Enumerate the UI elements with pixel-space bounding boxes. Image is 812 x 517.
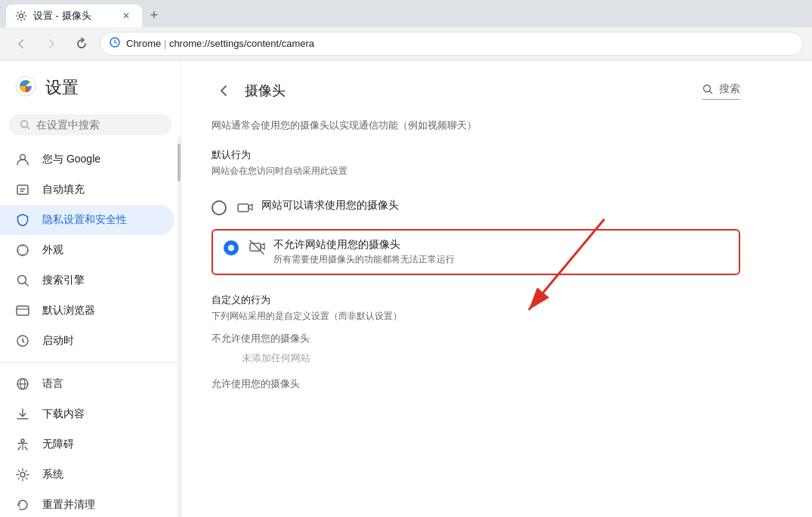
- allow-section-label: 允许使用您的摄像头: [211, 377, 740, 391]
- system-icon: [15, 467, 30, 482]
- svg-rect-8: [17, 306, 29, 315]
- svg-line-21: [250, 240, 264, 254]
- language-icon: [15, 376, 30, 392]
- sidebar-item-default-browser[interactable]: 默认浏览器: [0, 296, 174, 326]
- block-section-label: 不允许使用您的摄像头: [211, 332, 740, 345]
- address-bar[interactable]: Chrome | chrome://settings/content/camer…: [100, 32, 803, 56]
- content-inner: 摄像头 搜索 网站通常会使用您的摄像头以实现通信功能（例如视频聊天） 默认行为: [181, 60, 770, 415]
- downloads-icon: [15, 407, 30, 422]
- option-allow-label: 网站可以请求使用您的摄像头: [261, 199, 399, 212]
- custom-section: 自定义的行为 下列网站采用的是自定义设置（而非默认设置） 不允许使用您的摄像头 …: [211, 293, 740, 391]
- google-logo: [15, 76, 36, 99]
- sidebar-item-privacy[interactable]: 隐私设置和安全性: [0, 205, 174, 235]
- camera-blocked-icon: [248, 238, 266, 256]
- active-tab[interactable]: 设置 - 摄像头 ✕: [6, 5, 142, 27]
- sidebar-item-accessibility[interactable]: 无障碍: [0, 429, 174, 460]
- option-allow-camera[interactable]: 网站可以请求使用您的摄像头: [211, 190, 740, 226]
- svg-point-13: [20, 472, 25, 477]
- settings-search-bar[interactable]: [9, 114, 171, 135]
- default-behavior-section: 默认行为 网站会在您访问时自动采用此设置: [211, 148, 740, 275]
- sidebar-item-system[interactable]: 系统: [0, 460, 174, 490]
- refresh-button[interactable]: [69, 32, 94, 56]
- page-title: 摄像头: [245, 82, 286, 100]
- sidebar-item-appearance[interactable]: 外观: [0, 235, 174, 265]
- back-button[interactable]: [9, 32, 33, 56]
- main-content: 设置 您与 Google: [0, 60, 812, 517]
- sidebar: 设置 您与 Google: [0, 60, 181, 517]
- camera-icon: [236, 199, 254, 217]
- address-text: Chrome | chrome://settings/content/camer…: [126, 38, 793, 49]
- sidebar-item-downloads[interactable]: 下载内容: [0, 399, 174, 429]
- option-block-content: 不允许网站使用您的摄像头 所有需要使用摄像头的功能都将无法正常运行: [248, 238, 455, 266]
- page-header: 摄像头 搜索: [211, 79, 740, 103]
- option-block-radio[interactable]: [224, 240, 239, 255]
- appearance-icon: [15, 243, 30, 258]
- content-area: 摄像头 搜索 网站通常会使用您的摄像头以实现通信功能（例如视频聊天） 默认行为: [181, 60, 812, 517]
- custom-desc: 下列网站采用的是自定义设置（而非默认设置）: [211, 310, 740, 323]
- custom-label: 自定义的行为: [211, 293, 740, 307]
- sidebar-item-language[interactable]: 语言: [0, 369, 174, 399]
- profile-icon: [15, 152, 30, 167]
- tab-settings-icon: [15, 10, 27, 22]
- new-tab-button[interactable]: +: [144, 5, 165, 26]
- browser-icon: [15, 303, 30, 318]
- forward-button[interactable]: [39, 32, 63, 56]
- page-description: 网站通常会使用您的摄像头以实现通信功能（例如视频聊天）: [211, 118, 740, 133]
- sidebar-scrollbar-thumb[interactable]: [178, 144, 181, 181]
- sidebar-item-reset[interactable]: 重置并清理: [0, 490, 174, 517]
- settings-header: 设置: [0, 67, 181, 108]
- default-behavior-desc: 网站会在您访问时自动采用此设置: [211, 165, 740, 178]
- page-header-left: 摄像头: [211, 79, 286, 103]
- default-behavior-label: 默认行为: [211, 148, 740, 162]
- svg-point-7: [18, 276, 26, 284]
- search-icon: [15, 273, 30, 288]
- settings-search-icon: [20, 119, 30, 131]
- tab-bar: 设置 - 摄像头 ✕ +: [0, 0, 812, 27]
- toolbar: Chrome | chrome://settings/content/camer…: [0, 27, 812, 60]
- sidebar-item-search[interactable]: 搜索引擎: [0, 265, 174, 296]
- tab-close-button[interactable]: ✕: [119, 9, 133, 23]
- sidebar-item-startup[interactable]: 启动时: [0, 326, 174, 356]
- svg-rect-19: [238, 204, 249, 212]
- option-allow-radio[interactable]: [211, 200, 227, 215]
- page-back-button[interactable]: [211, 79, 236, 103]
- secure-icon: [110, 37, 120, 50]
- browser-frame: 设置 - 摄像头 ✕ + Chrome | chrome://settings/…: [0, 0, 812, 517]
- autofill-icon: [15, 182, 30, 197]
- sidebar-scrollbar-track: [178, 136, 181, 517]
- option-allow-content: 网站可以请求使用您的摄像头: [236, 199, 399, 217]
- settings-search-input[interactable]: [36, 119, 161, 131]
- option-block-sublabel: 所有需要使用摄像头的功能都将无法正常运行: [273, 253, 455, 266]
- svg-point-12: [21, 439, 24, 442]
- svg-point-0: [20, 14, 23, 18]
- sidebar-item-autofill[interactable]: 自动填充: [0, 175, 174, 205]
- page-search-icon: [702, 84, 713, 94]
- option-block-label: 不允许网站使用您的摄像头: [273, 238, 455, 252]
- startup-icon: [15, 333, 30, 348]
- block-empty-label: 未添加任何网站: [242, 351, 740, 365]
- tab-title: 设置 - 摄像头: [33, 9, 113, 23]
- page-search-label: 搜索: [719, 82, 740, 96]
- privacy-shield-icon: [15, 212, 30, 228]
- reset-icon: [15, 497, 30, 512]
- sidebar-item-profile[interactable]: 您与 Google: [0, 144, 174, 175]
- settings-title: 设置: [45, 76, 79, 99]
- page-search[interactable]: 搜索: [702, 82, 740, 100]
- svg-rect-5: [17, 185, 28, 194]
- accessibility-icon: [15, 437, 30, 452]
- option-block-camera[interactable]: 不允许网站使用您的摄像头 所有需要使用摄像头的功能都将无法正常运行: [211, 229, 740, 275]
- nav-divider-1: [0, 362, 181, 363]
